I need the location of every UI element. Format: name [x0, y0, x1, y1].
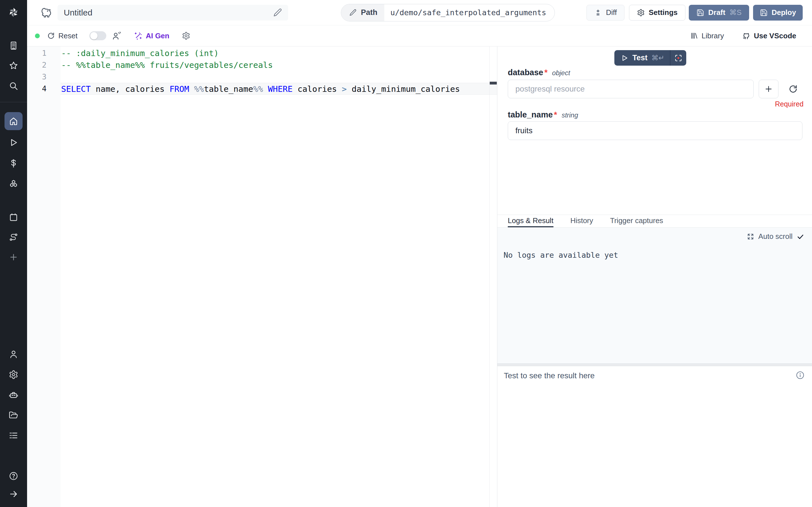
list-icon: [9, 431, 18, 440]
plus-icon: [764, 84, 773, 94]
sidebar-item-resources[interactable]: [7, 177, 20, 191]
test-shortcut: ⌘↵: [652, 54, 665, 62]
reset-button[interactable]: Reset: [47, 32, 78, 40]
auto-scroll-control[interactable]: Auto scroll: [747, 232, 804, 241]
table-name-input[interactable]: [508, 121, 802, 140]
editor-gutter: 1 2 3 4: [27, 47, 61, 507]
refresh-resources-button[interactable]: [787, 83, 799, 95]
draft-button[interactable]: Draft ⌘S: [689, 5, 749, 20]
app-window: Untitled Path u/demo/safe_interpolated_a…: [0, 0, 812, 507]
deploy-button[interactable]: Deploy: [753, 5, 803, 20]
draft-label: Draft: [708, 8, 725, 17]
code-line[interactable]: -- :daily_minimum_calories (int): [61, 47, 497, 59]
sidebar-item-create[interactable]: [7, 250, 20, 264]
play-icon: [9, 138, 18, 147]
line-number: 2: [30, 59, 47, 71]
field-type: object: [552, 69, 570, 77]
required-asterisk: *: [554, 110, 557, 119]
building-icon: [9, 41, 18, 50]
library-button[interactable]: Library: [690, 32, 724, 40]
edit-title-pencil-icon[interactable]: [273, 8, 283, 17]
sidebar-item-folders[interactable]: [7, 408, 20, 422]
star-icon: [9, 61, 18, 70]
editor-toolbar: Reset AI Gen: [27, 25, 812, 47]
github-icon: [742, 31, 751, 40]
top-bar: Untitled Path u/demo/safe_interpolated_a…: [27, 0, 812, 25]
sidebar-item-search[interactable]: [7, 79, 20, 93]
tab-label: Trigger captures: [610, 216, 663, 225]
gear-icon: [9, 370, 18, 379]
sidebar-item-runs[interactable]: [7, 136, 20, 149]
right-panel: Test ⌘↵ database* objec: [497, 47, 812, 507]
sidebar-item-workspace[interactable]: [7, 39, 20, 52]
settings-button[interactable]: Settings: [629, 5, 686, 20]
ai-gen-label: AI Gen: [146, 32, 169, 40]
tab-history[interactable]: History: [570, 215, 593, 227]
ai-gen-button[interactable]: AI Gen: [134, 32, 169, 40]
save-icon: [760, 9, 768, 17]
use-vscode-button[interactable]: Use VScode: [742, 31, 796, 40]
code-line[interactable]: [61, 71, 497, 83]
panel-splitter[interactable]: [497, 363, 812, 366]
code-editor[interactable]: 1 2 3 4 -- :daily_minimum_calories (int)…: [27, 47, 497, 507]
diff-label: Diff: [606, 8, 617, 17]
robot-icon: [9, 390, 18, 400]
status-dot: [35, 34, 40, 38]
path-chip[interactable]: Path u/demo/safe_interpolated_arguments: [341, 4, 555, 21]
diff-button[interactable]: Diff: [587, 5, 624, 20]
editor-settings-gear-icon[interactable]: [182, 32, 190, 40]
sidebar-item-settings[interactable]: [7, 368, 20, 381]
deploy-label: Deploy: [772, 8, 796, 17]
refresh-icon: [788, 84, 798, 94]
help-circle-icon: [9, 471, 18, 481]
add-resource-button[interactable]: [759, 80, 778, 98]
tab-label: Logs & Result: [508, 216, 553, 225]
save-icon: [696, 9, 704, 17]
pinwheel-icon: [7, 6, 20, 18]
sidebar-item-triggers[interactable]: [7, 230, 20, 244]
sidebar-item-home[interactable]: [4, 112, 22, 130]
tab-trigger-captures[interactable]: Trigger captures: [610, 215, 663, 227]
library-icon: [690, 32, 698, 40]
code-line-active[interactable]: SELECT name, calories FROM %%table_name%…: [61, 83, 497, 95]
auto-scroll-label: Auto scroll: [758, 232, 793, 241]
sidebar-item-help[interactable]: [7, 469, 20, 483]
sidebar-item-variables[interactable]: [7, 157, 20, 170]
sidebar-item-expand[interactable]: [7, 487, 20, 501]
edit-path-pencil-icon: [349, 9, 357, 17]
sidebar-item-audit-logs[interactable]: [7, 429, 20, 442]
sidebar-item-favorites[interactable]: [7, 59, 20, 72]
script-title[interactable]: Untitled: [64, 8, 273, 17]
sidebar-item-workers[interactable]: [7, 388, 20, 402]
test-button[interactable]: Test ⌘↵: [614, 50, 670, 66]
result-panel: Test to see the result here: [497, 366, 812, 507]
sidebar: [0, 0, 27, 507]
field-label-database: database* object: [508, 68, 570, 77]
field-name: database: [508, 68, 543, 77]
multiplayer-toggle[interactable]: [89, 31, 106, 40]
search-icon: [9, 81, 18, 91]
windmill-logo-icon[interactable]: [7, 6, 20, 19]
plus-icon: [9, 252, 18, 262]
settings-label: Settings: [649, 8, 678, 17]
info-icon[interactable]: [796, 371, 805, 380]
capture-test-button[interactable]: [670, 50, 686, 66]
home-icon: [9, 116, 18, 126]
database-input[interactable]: [508, 80, 754, 98]
sidebar-item-schedules[interactable]: [7, 210, 20, 224]
code-area[interactable]: -- :daily_minimum_calories (int) -- %%ta…: [61, 47, 497, 507]
library-label: Library: [702, 32, 724, 40]
play-icon: [620, 54, 628, 62]
sidebar-item-users[interactable]: [7, 348, 20, 361]
test-label: Test: [632, 54, 648, 62]
use-vscode-label: Use VScode: [754, 32, 796, 40]
script-title-box[interactable]: Untitled: [57, 5, 288, 20]
code-line[interactable]: -- %%table_name%% fruits/vegetables/cere…: [61, 59, 497, 71]
scan-record-icon: [674, 54, 682, 62]
path-value: u/demo/safe_interpolated_arguments: [384, 8, 555, 17]
check-icon: [797, 233, 804, 240]
multiplayer-users-icon: [112, 31, 121, 41]
required-error: Required: [775, 100, 804, 108]
tab-logs-result[interactable]: Logs & Result: [508, 215, 553, 227]
logs-empty-message: No logs are available yet: [504, 251, 618, 260]
